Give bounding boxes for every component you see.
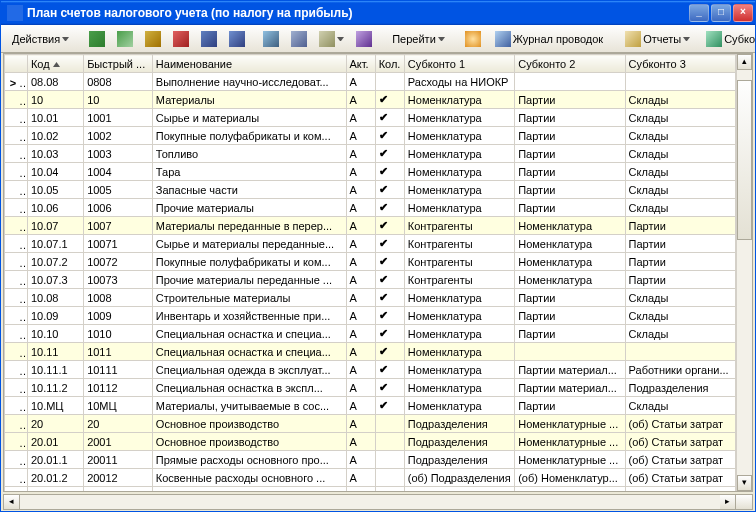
cell-sub3 [625,343,735,361]
cell-name: Специальная одежда в эксплуат... [152,361,346,379]
cell-sub1: Номенклатура [404,145,514,163]
cell-kol: ✔ [375,289,404,307]
table-row[interactable]: 20.022002Производство продукции из дав..… [5,487,736,492]
move-button[interactable] [196,28,222,50]
resize-grip[interactable] [736,495,752,509]
cell-sub2: Партии [515,181,625,199]
edit-button[interactable] [140,28,166,50]
table-row[interactable]: 1010МатериалыА✔НоменклатураПартииСклады [5,91,736,109]
table-row[interactable]: 10.11.110111Специальная одежда в эксплуа… [5,361,736,379]
cell-name: Специальная оснастка и специа... [152,343,346,361]
cell-fast: 10 [84,91,153,109]
scroll-track[interactable] [737,70,752,475]
table-row[interactable]: 20.01.220012Косвенные расходы основного … [5,469,736,487]
cell-sub3: Партии [625,253,735,271]
close-button[interactable]: × [733,4,753,22]
filter-icon [263,31,279,47]
col-icon[interactable] [5,55,28,73]
add-button[interactable] [84,28,110,50]
table-row[interactable]: 10.021002Покупные полуфабрикаты и ком...… [5,127,736,145]
table-row[interactable]: 10.091009Инвентарь и хозяйственные при..… [5,307,736,325]
cell-sub1: Номенклатура [404,361,514,379]
cell-code: 10.11 [27,343,83,361]
journal-button[interactable]: Журнал проводок [488,28,610,50]
cell-sub3: Склады [625,163,735,181]
col-kol[interactable]: Кол. [375,55,404,73]
sort-button[interactable] [351,28,377,50]
table-row[interactable]: 2020Основное производствоАПодразделенияН… [5,415,736,433]
cell-code: 10.02 [27,127,83,145]
accounts-table[interactable]: Код Быстрый ... Наименование Акт. Кол. С… [4,54,736,491]
table-row[interactable]: 10.011001Сырье и материалыА✔Номенклатура… [5,109,736,127]
cell-akt: А [346,361,375,379]
cell-kol: ✔ [375,343,404,361]
table-row[interactable]: 10.07.110071Сырье и материалы переданные… [5,235,736,253]
filter-off-button[interactable] [286,28,312,50]
table-row[interactable]: 10.071007Материалы переданные в перер...… [5,217,736,235]
table-row[interactable]: 10.МЦ10МЦМатериалы, учитываемые в сос...… [5,397,736,415]
cell-akt: А [346,397,375,415]
actions-label: Действия [12,33,60,45]
cell-sub1: Номенклатура [404,127,514,145]
subconto-icon [706,31,722,47]
cell-sub1: Номенклатура [404,325,514,343]
scroll-track-h[interactable] [20,495,720,509]
cell-kol: ✔ [375,181,404,199]
maximize-button[interactable]: □ [711,4,731,22]
chevron-down-icon [438,35,445,42]
cell-fast: 10112 [84,379,153,397]
cell-akt: А [346,199,375,217]
col-code[interactable]: Код [27,55,83,73]
chevron-down-icon [337,35,344,42]
scroll-right-button[interactable]: ▸ [720,495,736,509]
cell-sub2: Партии материал... [515,379,625,397]
table-row[interactable]: 10.051005Запасные частиА✔НоменклатураПар… [5,181,736,199]
col-sub3[interactable]: Субконто 3 [625,55,735,73]
reports-menu[interactable]: Отчеты [618,28,697,50]
refresh-button[interactable] [460,28,486,50]
col-fast[interactable]: Быстрый ... [84,55,153,73]
table-row[interactable]: >08.080808Выполнение научно-исследоват..… [5,73,736,91]
table-row[interactable]: 10.061006Прочие материалыА✔НоменклатураП… [5,199,736,217]
filter-button[interactable] [258,28,284,50]
table-row[interactable]: 10.101010Специальная оснастка и специа..… [5,325,736,343]
cell-akt: А [346,469,375,487]
col-sub1[interactable]: Субконто 1 [404,55,514,73]
table-row[interactable]: 10.07.310073Прочие материалы переданные … [5,271,736,289]
delete-button[interactable] [168,28,194,50]
col-name[interactable]: Наименование [152,55,346,73]
table-row[interactable]: 10.111011Специальная оснастка и специа..… [5,343,736,361]
table-row[interactable]: 10.031003ТопливоА✔НоменклатураПартииСкла… [5,145,736,163]
col-akt[interactable]: Акт. [346,55,375,73]
goto-menu[interactable]: Перейти [385,28,452,50]
subconto-menu[interactable]: Субконто [699,28,756,50]
cell-name: Специальная оснастка и специа... [152,325,346,343]
table-row[interactable]: 10.081008Строительные материалыА✔Номенкл… [5,289,736,307]
horizontal-scrollbar[interactable]: ◂ ▸ [3,494,753,510]
col-sub2[interactable]: Субконто 2 [515,55,625,73]
table-row[interactable]: 10.041004ТараА✔НоменклатураПартииСклады [5,163,736,181]
cell-name: Выполнение научно-исследоват... [152,73,346,91]
scroll-left-button[interactable]: ◂ [4,495,20,509]
scroll-down-button[interactable]: ▾ [737,475,752,491]
cell-sub1: Номенклатура [404,343,514,361]
table-row[interactable]: 20.012001Основное производствоАПодраздел… [5,433,736,451]
table-row[interactable]: 20.01.120011Прямые расходы основного про… [5,451,736,469]
cell-kol: ✔ [375,253,404,271]
cell-name: Покупные полуфабрикаты и ком... [152,253,346,271]
scroll-up-button[interactable]: ▴ [737,54,752,70]
actions-menu[interactable]: Действия [5,28,76,50]
copy-button[interactable] [314,28,349,50]
edit-icon [145,31,161,47]
cell-name: Специальная оснастка в экспл... [152,379,346,397]
cell-fast: 10МЦ [84,397,153,415]
table-row[interactable]: 10.07.210072Покупные полуфабрикаты и ком… [5,253,736,271]
scroll-thumb[interactable] [737,80,752,240]
minimize-button[interactable]: _ [689,4,709,22]
table-row[interactable]: 10.11.210112Специальная оснастка в экспл… [5,379,736,397]
cell-fast: 20 [84,415,153,433]
cell-fast: 10073 [84,271,153,289]
hierarchy-button[interactable] [224,28,250,50]
vertical-scrollbar[interactable]: ▴ ▾ [736,54,752,491]
add-copy-button[interactable] [112,28,138,50]
